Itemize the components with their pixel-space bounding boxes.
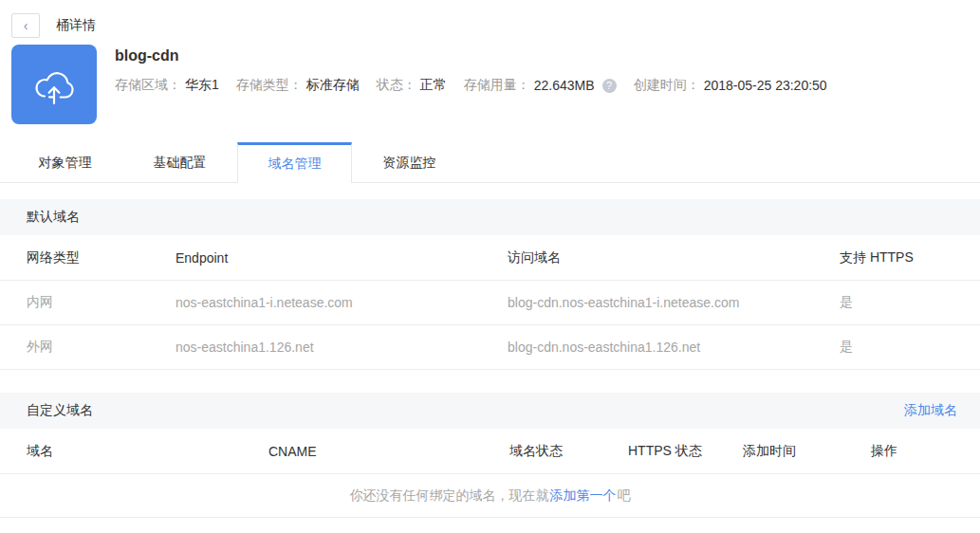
col-header-add-time: 添加时间 [743,443,871,460]
bucket-meta: 存储区域： 华东1 存储类型： 标准存储 状态： 正常 存储用量： 22.643… [115,77,844,94]
col-header-https-support: 支持 HTTPS [840,249,980,266]
meta-label: 存储区域： [115,77,181,94]
col-header-actions: 操作 [871,443,980,460]
cell-network-type: 外网 [27,339,176,356]
custom-domains-header-row: 域名 CNAME 域名状态 HTTPS 状态 添加时间 操作 [0,429,980,474]
empty-text-suffix: 吧 [618,487,631,505]
meta-label: 创建时间： [634,77,700,94]
meta-value: 正常 [420,77,447,94]
tab-domain-management[interactable]: 域名管理 [237,142,352,183]
tab-resource-monitor[interactable]: 资源监控 [352,143,467,182]
section-custom-domains: 自定义域名 添加域名 [0,393,980,429]
meta-created-time: 创建时间： 2018-05-25 23:20:50 [634,77,827,94]
add-first-domain-link[interactable]: 添加第一个 [550,487,617,505]
section-default-domains: 默认域名 [0,199,980,235]
table-row: 外网 nos-eastchina1.126.net blog-cdn.nos-e… [0,325,980,370]
meta-value: 华东1 [185,77,219,94]
add-domain-link[interactable]: 添加域名 [904,402,957,419]
bucket-name: blog-cdn [115,47,844,64]
cloud-upload-icon [28,61,80,108]
cell-access-domain: blog-cdn.nos-eastchina1-i.netease.com [508,295,840,310]
help-icon[interactable]: ? [602,79,617,93]
cell-endpoint: nos-eastchina1.126.net [176,340,508,355]
meta-storage-region: 存储区域： 华东1 [115,77,219,94]
col-header-domain-status: 域名状态 [509,443,628,460]
bucket-info: blog-cdn 存储区域： 华东1 存储类型： 标准存储 状态： 正常 存储用… [115,45,844,124]
meta-storage-type: 存储类型： 标准存储 [236,77,360,94]
topbar: ‹ 桶详情 [0,0,980,40]
empty-text-prefix: 你还没有任何绑定的域名，现在就 [350,487,549,505]
empty-state: 你还没有任何绑定的域名，现在就添加第一个吧 [0,474,980,518]
meta-label: 存储类型： [236,77,303,94]
tab-basic-config[interactable]: 基础配置 [122,143,237,182]
col-header-cname: CNAME [268,444,509,459]
tab-object-management[interactable]: 对象管理 [8,143,122,182]
default-domains-header-row: 网络类型 Endpoint 访问域名 支持 HTTPS [0,235,980,281]
meta-storage-usage: 存储用量： 22.643MB ? [464,77,624,94]
meta-label: 状态： [377,77,416,94]
page-title: 桶详情 [56,17,96,34]
tab-bar: 对象管理 基础配置 域名管理 资源监控 [0,142,980,183]
col-header-domain: 域名 [27,443,268,460]
cell-https-support: 是 [840,339,980,356]
meta-status: 状态： 正常 [377,77,447,94]
cell-access-domain: blog-cdn.nos-eastchina1.126.net [508,340,840,355]
cell-network-type: 内网 [27,294,176,311]
bucket-header: blog-cdn 存储区域： 华东1 存储类型： 标准存储 状态： 正常 存储用… [0,40,980,124]
section-title: 自定义域名 [27,402,93,419]
col-header-https-status: HTTPS 状态 [628,443,743,460]
col-header-access-domain: 访问域名 [508,249,840,266]
meta-value: 22.643MB [534,78,595,93]
back-button[interactable]: ‹ [11,13,40,38]
cell-https-support: 是 [840,294,980,311]
col-header-network-type: 网络类型 [27,249,176,266]
meta-value: 标准存储 [306,77,360,94]
meta-label: 存储用量： [464,77,530,94]
col-header-endpoint: Endpoint [176,250,508,266]
section-title: 默认域名 [27,209,80,226]
table-row: 内网 nos-eastchina1-i.netease.com blog-cdn… [0,281,980,325]
meta-value: 2018-05-25 23:20:50 [704,78,827,93]
bucket-icon [11,45,97,124]
cell-endpoint: nos-eastchina1-i.netease.com [176,295,508,310]
chevron-left-icon: ‹ [24,18,28,33]
